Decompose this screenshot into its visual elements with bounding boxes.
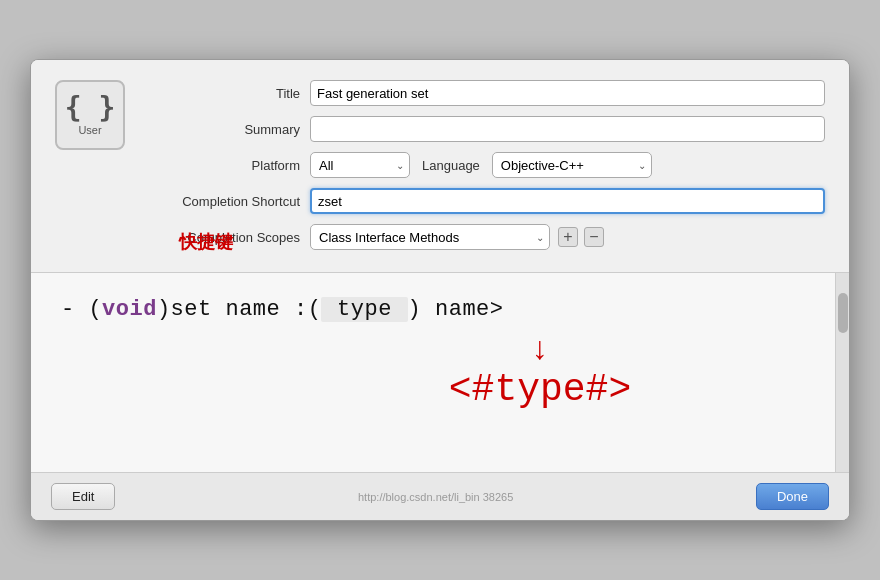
remove-scope-button[interactable]: − [584, 227, 604, 247]
shortcut-label: Completion Shortcut [165, 194, 310, 209]
language-label: Language [422, 158, 480, 173]
form-fields: Title Summary Platform All [55, 80, 825, 250]
summary-field-wrapper [310, 116, 825, 142]
title-row: Title [165, 80, 825, 106]
scrollbar-thumb[interactable] [838, 293, 848, 333]
name-param: ) name> [408, 297, 504, 322]
shortcut-field-wrapper [310, 188, 825, 214]
void-keyword: void [102, 297, 157, 322]
scrollbar[interactable] [835, 273, 849, 472]
method-name: )set name :( [157, 297, 321, 322]
add-scope-button[interactable]: + [558, 227, 578, 247]
bottom-bar: Edit http://blog.csdn.net/li_bin 38265 D… [31, 472, 849, 520]
arrow-down-icon: ↓ [532, 332, 548, 364]
language-select[interactable]: Objective-C++ Swift C C++ [492, 152, 652, 178]
summary-row: Summary [165, 116, 825, 142]
scopes-row: Completion Scopes Class Interface Method… [165, 224, 825, 250]
shortcut-row: Completion Shortcut [165, 188, 825, 214]
form-area: { } User Title Summary Platform [31, 60, 849, 272]
watermark-text: http://blog.csdn.net/li_bin 38265 [358, 491, 513, 503]
dash-symbol: - ( [61, 297, 102, 322]
shortcut-red-annotation: 快捷键 [179, 230, 233, 254]
plus-minus-controls: + − [558, 227, 604, 247]
language-select-wrapper: Objective-C++ Swift C C++ ⌄ [492, 152, 652, 178]
scopes-select-wrapper: Class Interface Methods Top Level Functi… [310, 224, 550, 250]
scopes-select[interactable]: Class Interface Methods Top Level Functi… [310, 224, 550, 250]
title-label: Title [165, 86, 310, 101]
title-input[interactable] [310, 80, 825, 106]
hash-type-label: <#type#> [449, 368, 631, 411]
edit-button[interactable]: Edit [51, 483, 115, 510]
summary-input[interactable] [310, 116, 825, 142]
title-field-wrapper [310, 80, 825, 106]
code-preview-area: - (void)set name :( type ) name> ↓ <#typ… [31, 272, 849, 472]
scopes-controls: Class Interface Methods Top Level Functi… [310, 224, 604, 250]
snippet-editor-window: { } User Title Summary Platform [30, 59, 850, 521]
platform-select-wrapper: All macOS iOS ⌄ [310, 152, 410, 178]
shortcut-input[interactable] [310, 188, 825, 214]
platform-label: Platform [165, 158, 310, 173]
type-placeholder: type [321, 297, 407, 322]
done-button[interactable]: Done [756, 483, 829, 510]
annotation-container: ↓ <#type#> [261, 332, 819, 411]
code-line: - (void)set name :( type ) name> [61, 297, 819, 322]
platform-select[interactable]: All macOS iOS [310, 152, 410, 178]
platform-language-controls: All macOS iOS ⌄ Language Objective-C++ S… [310, 152, 652, 178]
summary-label: Summary [165, 122, 310, 137]
platform-language-row: Platform All macOS iOS ⌄ Language Object… [165, 152, 825, 178]
